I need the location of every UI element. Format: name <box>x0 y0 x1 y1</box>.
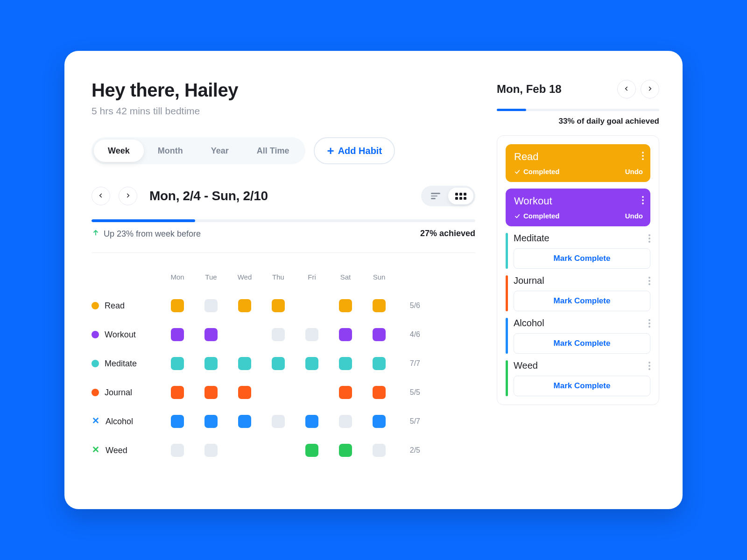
mark-complete-button[interactable]: Mark Complete <box>514 376 650 396</box>
week-progress-track <box>92 219 475 222</box>
habit-cell[interactable] <box>362 444 396 457</box>
habit-row-workout: Workout4/6 <box>92 320 475 349</box>
side-panel: Mon, Feb 18 33% of daily goal achieved R… <box>497 80 659 490</box>
habit-cell[interactable] <box>362 299 396 312</box>
habit-cell[interactable] <box>329 386 362 399</box>
mark-complete-button[interactable]: Mark Complete <box>514 248 650 269</box>
status-label: Completed <box>514 212 560 220</box>
day-header: Wed <box>228 273 261 281</box>
habit-cell[interactable] <box>261 328 295 341</box>
tabs-row: WeekMonthYearAll Time + Add Habit <box>92 137 475 164</box>
habit-cell[interactable] <box>228 357 261 370</box>
week-progress-fill <box>92 219 195 222</box>
habit-cell[interactable] <box>329 444 362 457</box>
tab-week[interactable]: Week <box>94 140 144 162</box>
daily-goal-text: 33% of daily goal achieved <box>497 117 659 126</box>
habit-x-icon <box>92 416 100 427</box>
habit-cell[interactable] <box>261 299 295 312</box>
period-tabs: WeekMonthYearAll Time <box>92 137 305 164</box>
completed-card-workout: WorkoutCompletedUndo <box>506 189 650 226</box>
next-week-button[interactable] <box>119 187 137 205</box>
habit-cell[interactable] <box>362 386 396 399</box>
card-title: Weed <box>514 360 538 371</box>
card-menu-button[interactable] <box>648 362 650 370</box>
habit-cell[interactable] <box>161 328 194 341</box>
habit-cell[interactable] <box>194 328 228 341</box>
habit-cell[interactable] <box>295 444 329 457</box>
habit-cell[interactable] <box>228 386 261 399</box>
habit-cell[interactable] <box>362 415 396 428</box>
day-header: Fri <box>295 273 329 281</box>
card-menu-button[interactable] <box>642 196 644 204</box>
habit-count: 5/5 <box>396 388 422 397</box>
habit-cell[interactable] <box>261 357 295 370</box>
habit-cell[interactable] <box>362 328 396 341</box>
habit-name: Alcohol <box>92 416 161 427</box>
undo-button[interactable]: Undo <box>625 168 643 175</box>
card-title: Meditate <box>514 233 550 244</box>
habit-cell[interactable] <box>194 357 228 370</box>
habit-cell[interactable] <box>295 357 329 370</box>
habit-cell[interactable] <box>329 328 362 341</box>
completed-card-read: ReadCompletedUndo <box>506 144 650 182</box>
habit-cell[interactable] <box>194 386 228 399</box>
habit-cell[interactable] <box>261 415 295 428</box>
habit-cell[interactable] <box>161 444 194 457</box>
chevron-left-icon <box>623 85 630 93</box>
card-menu-button[interactable] <box>648 277 650 285</box>
subtitle: 5 hrs 42 mins till bedtime <box>92 105 475 117</box>
day-header: Tue <box>194 273 228 281</box>
prev-week-button[interactable] <box>92 187 110 205</box>
habit-cell[interactable] <box>194 415 228 428</box>
range-title: Mon, 2/4 - Sun, 2/10 <box>149 189 268 203</box>
card-title: Read <box>514 151 643 163</box>
tab-year[interactable]: Year <box>197 140 243 162</box>
habit-cell[interactable] <box>329 415 362 428</box>
mark-complete-button[interactable]: Mark Complete <box>514 291 650 311</box>
habit-name: Read <box>92 301 161 311</box>
habit-row-journal: Journal5/5 <box>92 378 475 407</box>
habit-cell[interactable] <box>329 299 362 312</box>
trend-up-icon <box>92 229 100 239</box>
day-header: Mon <box>161 273 194 281</box>
habit-cell[interactable] <box>295 328 329 341</box>
habit-cell[interactable] <box>228 299 261 312</box>
prev-day-button[interactable] <box>617 80 636 98</box>
plus-icon: + <box>327 145 334 157</box>
habit-cell[interactable] <box>161 299 194 312</box>
habit-dot-icon <box>92 331 99 338</box>
trend-text: Up 23% from week before <box>104 229 201 239</box>
card-title: Alcohol <box>514 318 544 329</box>
habit-cell[interactable] <box>228 415 261 428</box>
habit-cell[interactable] <box>194 444 228 457</box>
view-toggle <box>421 186 475 206</box>
habit-cell[interactable] <box>161 386 194 399</box>
habit-cell[interactable] <box>161 415 194 428</box>
tab-month[interactable]: Month <box>144 140 197 162</box>
undo-button[interactable]: Undo <box>625 212 643 220</box>
card-menu-button[interactable] <box>648 234 650 243</box>
view-list-button[interactable] <box>423 188 448 204</box>
side-card-list: ReadCompletedUndoWorkoutCompletedUndoMed… <box>497 135 659 405</box>
mark-complete-button[interactable]: Mark Complete <box>514 333 650 354</box>
progress-meta: Up 23% from week before 27% achieved <box>92 229 475 239</box>
habit-cell[interactable] <box>329 357 362 370</box>
card-title: Workout <box>514 195 643 207</box>
habit-table: MonTueWedThuFriSatSunRead5/6Workout4/6Me… <box>92 252 475 465</box>
day-header: Sat <box>329 273 362 281</box>
card-menu-button[interactable] <box>648 319 650 328</box>
view-grid-button[interactable] <box>448 188 473 204</box>
card-menu-button[interactable] <box>642 152 644 160</box>
habit-cell[interactable] <box>161 357 194 370</box>
card-stripe <box>506 233 508 269</box>
chevron-left-icon <box>98 192 104 200</box>
pending-card-meditate: MeditateMark Complete <box>506 233 650 269</box>
next-day-button[interactable] <box>641 80 659 98</box>
habit-cell[interactable] <box>295 415 329 428</box>
add-habit-button[interactable]: + Add Habit <box>314 137 395 164</box>
day-header: Sun <box>362 273 396 281</box>
habit-name: Journal <box>92 388 161 398</box>
habit-cell[interactable] <box>362 357 396 370</box>
tab-all-time[interactable]: All Time <box>243 140 303 162</box>
habit-cell[interactable] <box>194 299 228 312</box>
